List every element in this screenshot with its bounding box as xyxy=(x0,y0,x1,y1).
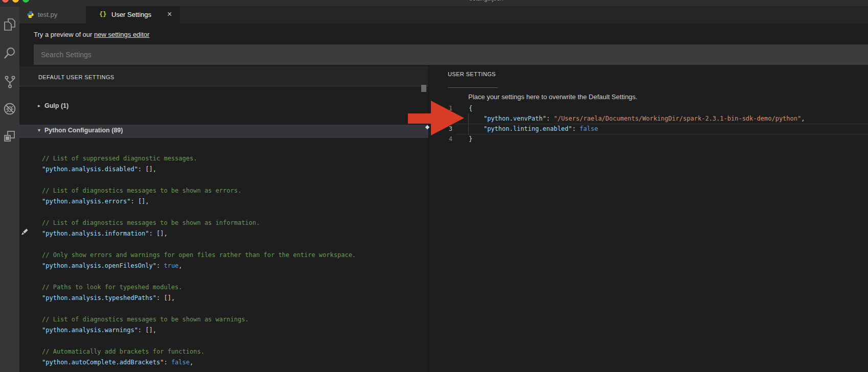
blank-line xyxy=(42,271,400,282)
blank-line xyxy=(42,336,400,346)
user-settings-code-line[interactable]: "python.venvPath": "/Users/raela/Documen… xyxy=(469,113,805,124)
tab-bar: test.py {} User Settings × xyxy=(19,6,868,24)
search-icon[interactable] xyxy=(3,46,17,60)
json-braces-icon: {} xyxy=(99,11,106,18)
user-settings-code: { "python.venvPath": "/Users/raela/Docum… xyxy=(469,103,805,144)
setting-line[interactable]: "python.analysis.typeshedPaths": [], xyxy=(42,293,400,304)
blank-line xyxy=(42,207,400,218)
user-settings-code-line[interactable]: } xyxy=(469,134,805,144)
user-settings-code-line[interactable]: "python.linting.enabled": false xyxy=(469,124,805,134)
tab-label: test.py xyxy=(38,11,57,18)
group-label: Gulp (1) xyxy=(44,102,68,109)
edit-pencil-icon[interactable] xyxy=(19,227,30,237)
setting-line[interactable]: "python.analysis.errors": [], xyxy=(42,196,400,207)
tab-label: User Settings xyxy=(111,11,151,18)
zoom-window-button[interactable] xyxy=(22,0,29,3)
chevron-down-icon: ▾ xyxy=(38,127,40,133)
default-settings-list: // List of suppressed diagnostic message… xyxy=(42,153,400,372)
setting-comment: // Paths to look for typeshed modules. xyxy=(42,282,400,293)
setting-comment: // List of diagnostics messages to be sh… xyxy=(42,314,400,325)
red-arrow-annotation xyxy=(408,113,433,124)
blank-line xyxy=(42,239,400,250)
blank-line xyxy=(42,175,400,185)
minimize-window-button[interactable] xyxy=(12,0,19,3)
tab-user-settings[interactable]: {} User Settings × xyxy=(86,6,180,24)
python-icon xyxy=(27,11,34,18)
settings-group-gulp[interactable]: ▸ Gulp (1) xyxy=(19,100,428,113)
banner-text: Try a preview of our xyxy=(34,31,94,38)
setting-comment: // List of diagnostics messages to be sh… xyxy=(42,218,400,228)
group-label: Python Configuration (89) xyxy=(44,127,123,134)
line-number: 4 xyxy=(432,134,452,144)
close-window-button[interactable] xyxy=(2,0,9,3)
settings-preview-banner: Try a preview of our new settings editor xyxy=(34,31,149,38)
window-title: settings.json xyxy=(469,0,504,2)
setting-comment: // List of suppressed diagnostic message… xyxy=(42,153,400,164)
new-settings-editor-link[interactable]: new settings editor xyxy=(94,31,149,38)
scrollbar-thumb[interactable] xyxy=(421,85,426,92)
close-tab-icon[interactable]: × xyxy=(167,10,172,19)
vscode-window: settings.json test.py {} User Settings × xyxy=(0,0,868,372)
debug-icon[interactable] xyxy=(3,102,17,116)
explorer-icon[interactable] xyxy=(3,17,17,32)
setting-line[interactable]: "python.autoComplete.addBrackets": false… xyxy=(42,357,400,368)
user-settings-header: USER SETTINGS xyxy=(448,71,496,77)
settings-group-python-configuration[interactable]: ▾ Python Configuration (89) xyxy=(19,125,428,138)
activity-bar xyxy=(0,7,19,372)
search-settings-input[interactable] xyxy=(34,44,868,65)
user-settings-code-line[interactable]: { xyxy=(469,103,805,113)
setting-comment: // Only show errors and warnings for ope… xyxy=(42,250,400,261)
setting-comment: // Automatically add brackets for functi… xyxy=(42,346,400,357)
extensions-icon[interactable] xyxy=(3,129,17,144)
setting-line[interactable]: "python.analysis.disabled": [], xyxy=(42,164,400,175)
source-control-icon[interactable] xyxy=(3,75,17,89)
setting-line[interactable]: "python.analysis.openFilesOnly": true, xyxy=(42,261,400,271)
setting-comment: // List of diagnostics messages to be sh… xyxy=(42,185,400,196)
split-sash[interactable] xyxy=(428,65,429,372)
default-settings-header: DEFAULT USER SETTINGS xyxy=(38,74,115,80)
setting-line[interactable]: "python.analysis.warnings": [], xyxy=(42,325,400,336)
red-arrow-head xyxy=(431,101,464,135)
chevron-right-icon: ▸ xyxy=(38,103,40,108)
user-settings-description: Place your settings here to overwrite th… xyxy=(468,93,637,101)
tab-test-py[interactable]: test.py xyxy=(19,6,86,24)
blank-line xyxy=(42,304,400,314)
user-settings-header-underline xyxy=(448,87,498,88)
setting-line[interactable]: "python.analysis.information": [], xyxy=(42,228,400,239)
blank-line xyxy=(42,368,400,372)
